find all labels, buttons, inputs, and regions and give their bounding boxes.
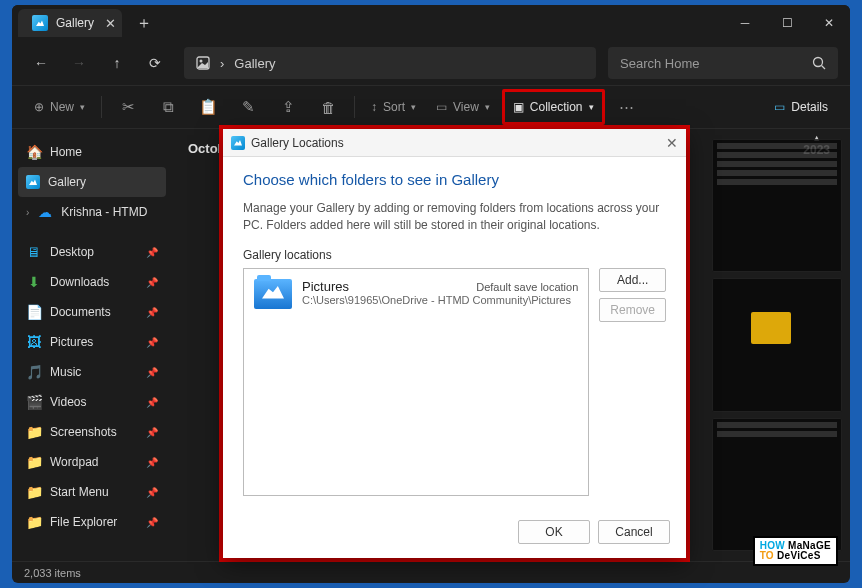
svg-line-3: [822, 66, 826, 70]
navigation-bar: ← → ↑ ⟳ › Gallery Search Home: [12, 41, 850, 85]
location-path: C:\Users\91965\OneDrive - HTMD Community…: [302, 294, 578, 306]
remove-button[interactable]: Remove: [599, 298, 666, 322]
sidebar-item-videos[interactable]: 🎬Videos📌: [18, 387, 166, 417]
search-icon: [812, 56, 826, 70]
new-label: New: [50, 100, 74, 114]
breadcrumb[interactable]: › Gallery: [184, 47, 596, 79]
sidebar-item-wordpad[interactable]: 📁Wordpad📌: [18, 447, 166, 477]
section-label: Gallery locations: [243, 248, 666, 262]
share-icon: ⇪: [282, 98, 295, 116]
view-label: View: [453, 100, 479, 114]
document-icon: 📄: [26, 304, 42, 320]
pin-icon: 📌: [146, 397, 158, 408]
ok-button[interactable]: OK: [518, 520, 590, 544]
folder-icon: 📁: [26, 454, 42, 470]
close-window-button[interactable]: ✕: [808, 7, 850, 39]
minimize-button[interactable]: ─: [724, 7, 766, 39]
sidebar-item-label: Gallery: [48, 175, 86, 189]
sidebar-item-gallery[interactable]: Gallery: [18, 167, 166, 197]
close-dialog-button[interactable]: ✕: [666, 135, 678, 151]
details-button[interactable]: ▭ Details: [766, 92, 836, 122]
sidebar-item-label: Downloads: [50, 275, 109, 289]
rename-icon: ✎: [242, 98, 255, 116]
download-icon: ⬇: [26, 274, 42, 290]
desktop-icon: 🖥: [26, 244, 42, 260]
sidebar-item-label: Documents: [50, 305, 111, 319]
pin-icon: 📌: [146, 307, 158, 318]
tab-title: Gallery: [56, 16, 94, 30]
thumbnail[interactable]: [712, 139, 842, 272]
refresh-button[interactable]: ⟳: [138, 48, 172, 78]
more-button[interactable]: ⋯: [609, 92, 645, 122]
sidebar-item-documents[interactable]: 📄Documents📌: [18, 297, 166, 327]
sidebar-item-label: Desktop: [50, 245, 94, 259]
paste-icon: 📋: [199, 98, 218, 116]
sidebar-item-onedrive[interactable]: › ☁ Krishna - HTMD: [18, 197, 166, 227]
collection-button[interactable]: ▣ Collection ▾: [505, 92, 602, 122]
add-button[interactable]: Add...: [599, 268, 666, 292]
pin-icon: 📌: [146, 427, 158, 438]
copy-button[interactable]: ⧉: [150, 92, 186, 122]
sidebar-item-home[interactable]: 🏠 Home: [18, 137, 166, 167]
music-icon: 🎵: [26, 364, 42, 380]
sidebar-item-downloads[interactable]: ⬇Downloads📌: [18, 267, 166, 297]
new-button[interactable]: ⊕ New ▾: [26, 92, 93, 122]
maximize-button[interactable]: ☐: [766, 7, 808, 39]
sort-icon: ↕: [371, 100, 377, 114]
chevron-down-icon: ▾: [411, 102, 416, 112]
dialog-heading: Choose which folders to see in Gallery: [243, 171, 666, 188]
dialog-highlight: Gallery Locations ✕ Choose which folders…: [219, 125, 690, 562]
up-button[interactable]: ↑: [100, 48, 134, 78]
sidebar-item-pictures[interactable]: 🖼Pictures📌: [18, 327, 166, 357]
sort-button[interactable]: ↕ Sort ▾: [363, 92, 424, 122]
collection-label: Collection: [530, 100, 583, 114]
status-bar: 2,033 items: [12, 561, 850, 583]
back-button[interactable]: ←: [24, 48, 58, 78]
watermark-logo: HOW MaNaGE TO DeViCeS: [753, 536, 838, 566]
cancel-button[interactable]: Cancel: [598, 520, 670, 544]
toolbar: ⊕ New ▾ ✂ ⧉ 📋 ✎ ⇪ 🗑 ↕ Sort ▾ ▭ View ▾ ▣ …: [12, 85, 850, 129]
sidebar-item-music[interactable]: 🎵Music📌: [18, 357, 166, 387]
breadcrumb-label: Gallery: [234, 56, 275, 71]
paste-button[interactable]: 📋: [190, 92, 226, 122]
pin-icon: 📌: [146, 517, 158, 528]
sidebar-item-fileexplorer[interactable]: 📁File Explorer📌: [18, 507, 166, 537]
default-location-label: Default save location: [476, 281, 578, 293]
locations-list[interactable]: Pictures Default save location C:\Users\…: [243, 268, 589, 496]
chevron-down-icon: ▾: [589, 102, 594, 112]
share-button[interactable]: ⇪: [270, 92, 306, 122]
chevron-down-icon: ▾: [485, 102, 490, 112]
thumbnail[interactable]: [712, 278, 842, 411]
pin-icon: 📌: [146, 247, 158, 258]
gallery-icon: [32, 15, 48, 31]
cloud-icon: ☁: [37, 204, 53, 220]
search-input[interactable]: Search Home: [608, 47, 838, 79]
new-tab-button[interactable]: ＋: [122, 13, 166, 34]
sidebar-item-desktop[interactable]: 🖥Desktop📌: [18, 237, 166, 267]
location-name: Pictures: [302, 279, 349, 294]
copy-icon: ⧉: [163, 98, 174, 116]
thumbnail[interactable]: [712, 418, 842, 551]
close-tab-icon[interactable]: ✕: [105, 16, 116, 31]
sidebar-item-screenshots[interactable]: 📁Screenshots📌: [18, 417, 166, 447]
location-item[interactable]: Pictures Default save location C:\Users\…: [254, 279, 578, 309]
rename-button[interactable]: ✎: [230, 92, 266, 122]
collection-icon: ▣: [513, 100, 524, 114]
cut-button[interactable]: ✂: [110, 92, 146, 122]
view-button[interactable]: ▭ View ▾: [428, 92, 498, 122]
window-controls: ─ ☐ ✕: [724, 7, 850, 39]
sidebar-item-label: File Explorer: [50, 515, 117, 529]
forward-button[interactable]: →: [62, 48, 96, 78]
svg-point-2: [814, 58, 823, 67]
folder-icon: 📁: [26, 424, 42, 440]
sidebar-item-startmenu[interactable]: 📁Start Menu📌: [18, 477, 166, 507]
gallery-icon: [26, 175, 40, 189]
delete-button[interactable]: 🗑: [310, 92, 346, 122]
view-icon: ▭: [436, 100, 447, 114]
window-tab[interactable]: Gallery ✕: [18, 9, 122, 37]
pictures-icon: 🖼: [26, 334, 42, 350]
pin-icon: 📌: [146, 457, 158, 468]
folder-icon: 📁: [26, 514, 42, 530]
pin-icon: 📌: [146, 487, 158, 498]
more-icon: ⋯: [619, 98, 634, 116]
